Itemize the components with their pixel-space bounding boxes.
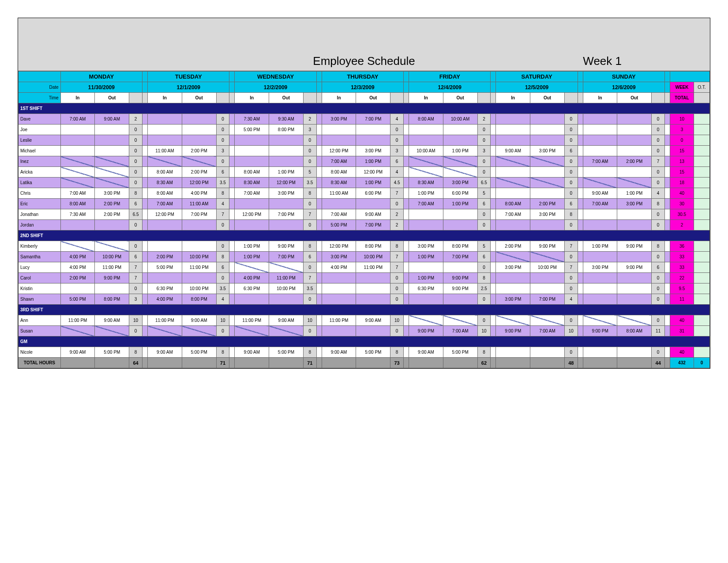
- time-out[interactable]: [443, 125, 477, 135]
- time-out[interactable]: [269, 326, 304, 336]
- time-in[interactable]: 3:00 PM: [496, 262, 530, 273]
- time-out[interactable]: [617, 167, 652, 178]
- time-out[interactable]: [617, 209, 652, 220]
- time-out[interactable]: 7:00 PM: [443, 252, 477, 262]
- time-in[interactable]: 12:00 PM: [322, 241, 356, 252]
- time-out[interactable]: [356, 135, 390, 146]
- time-out[interactable]: 11:00 PM: [182, 262, 216, 273]
- time-in[interactable]: [583, 315, 617, 326]
- time-in[interactable]: 8:00 AM: [148, 167, 182, 178]
- time-out[interactable]: [269, 220, 304, 230]
- time-in[interactable]: 10:00 AM: [409, 146, 443, 156]
- time-out[interactable]: 11:00 AM: [182, 199, 216, 209]
- time-out[interactable]: [530, 135, 565, 146]
- time-out[interactable]: [95, 125, 129, 135]
- time-in[interactable]: [496, 220, 530, 230]
- employee-name[interactable]: Chris: [19, 188, 61, 199]
- time-out[interactable]: 9:00 PM: [95, 273, 129, 283]
- time-in[interactable]: [235, 156, 269, 167]
- time-in[interactable]: [60, 125, 95, 135]
- time-in[interactable]: [496, 125, 530, 135]
- time-in[interactable]: 8:00 AM: [322, 167, 356, 178]
- time-out[interactable]: 9:00 AM: [356, 315, 390, 326]
- time-out[interactable]: [182, 326, 216, 336]
- time-in[interactable]: 1:00 PM: [409, 188, 443, 199]
- time-out[interactable]: [269, 294, 304, 305]
- time-out[interactable]: [617, 347, 652, 358]
- time-in[interactable]: 8:00 AM: [60, 199, 95, 209]
- time-out[interactable]: [95, 146, 129, 156]
- time-out[interactable]: 9:30 AM: [269, 114, 304, 125]
- time-in[interactable]: 2:00 PM: [60, 273, 95, 283]
- time-in[interactable]: 1:00 PM: [235, 252, 269, 262]
- employee-name[interactable]: Joe: [19, 125, 61, 135]
- time-out[interactable]: [530, 315, 565, 326]
- time-in[interactable]: [148, 220, 182, 230]
- time-in[interactable]: [148, 326, 182, 336]
- time-out[interactable]: [95, 178, 129, 188]
- time-out[interactable]: 12:00 PM: [269, 178, 304, 188]
- time-out[interactable]: [617, 125, 652, 135]
- time-in[interactable]: 11:00 PM: [322, 315, 356, 326]
- time-in[interactable]: 1:00 PM: [409, 273, 443, 283]
- time-in[interactable]: 11:00 PM: [148, 315, 182, 326]
- time-out[interactable]: [530, 283, 565, 294]
- time-in[interactable]: [496, 135, 530, 146]
- time-out[interactable]: [95, 241, 129, 252]
- time-in[interactable]: [60, 135, 95, 146]
- time-in[interactable]: 7:00 AM: [60, 188, 95, 199]
- time-in[interactable]: 9:00 AM: [148, 347, 182, 358]
- time-out[interactable]: [530, 156, 565, 167]
- time-in[interactable]: 9:00 PM: [409, 326, 443, 336]
- time-out[interactable]: [617, 114, 652, 125]
- employee-name[interactable]: Aricka: [19, 167, 61, 178]
- time-in[interactable]: 11:00 AM: [148, 146, 182, 156]
- time-in[interactable]: [148, 241, 182, 252]
- time-out[interactable]: [530, 347, 565, 358]
- employee-name[interactable]: Ann: [19, 315, 61, 326]
- time-out[interactable]: 12:00 PM: [182, 178, 216, 188]
- time-in[interactable]: 6:30 PM: [235, 283, 269, 294]
- employee-name[interactable]: Kimberly: [19, 241, 61, 252]
- employee-name[interactable]: Leslie: [19, 135, 61, 146]
- time-in[interactable]: 9:00 AM: [409, 347, 443, 358]
- time-out[interactable]: 11:00 PM: [269, 273, 304, 283]
- time-out[interactable]: 5:00 PM: [356, 347, 390, 358]
- time-out[interactable]: [182, 156, 216, 167]
- time-in[interactable]: [409, 315, 443, 326]
- time-out[interactable]: [269, 146, 304, 156]
- time-out[interactable]: [443, 294, 477, 305]
- time-in[interactable]: [409, 135, 443, 146]
- time-in[interactable]: 7:00 AM: [322, 209, 356, 220]
- time-out[interactable]: 10:00 PM: [95, 252, 129, 262]
- time-in[interactable]: [235, 146, 269, 156]
- time-out[interactable]: [617, 220, 652, 230]
- time-in[interactable]: 9:00 AM: [322, 347, 356, 358]
- time-out[interactable]: 2:00 PM: [95, 209, 129, 220]
- time-in[interactable]: 7:00 AM: [235, 188, 269, 199]
- time-out[interactable]: 10:00 PM: [269, 283, 304, 294]
- time-in[interactable]: [235, 294, 269, 305]
- time-in[interactable]: [496, 283, 530, 294]
- time-out[interactable]: 9:00 PM: [617, 241, 652, 252]
- time-out[interactable]: 9:00 AM: [356, 209, 390, 220]
- employee-name[interactable]: Latika: [19, 178, 61, 188]
- time-in[interactable]: [60, 156, 95, 167]
- time-out[interactable]: [356, 326, 390, 336]
- time-out[interactable]: [182, 273, 216, 283]
- time-out[interactable]: [95, 220, 129, 230]
- time-out[interactable]: [182, 125, 216, 135]
- time-in[interactable]: 7:00 AM: [60, 114, 95, 125]
- time-in[interactable]: [409, 156, 443, 167]
- time-in[interactable]: [496, 347, 530, 358]
- time-out[interactable]: 9:00 PM: [443, 283, 477, 294]
- time-out[interactable]: 9:00 PM: [443, 273, 477, 283]
- time-out[interactable]: [182, 220, 216, 230]
- time-in[interactable]: [148, 135, 182, 146]
- employee-name[interactable]: Michael: [19, 146, 61, 156]
- time-in[interactable]: 4:00 PM: [322, 262, 356, 273]
- time-in[interactable]: 4:00 PM: [148, 294, 182, 305]
- time-in[interactable]: [583, 146, 617, 156]
- time-in[interactable]: 5:00 PM: [322, 220, 356, 230]
- time-out[interactable]: 9:00 PM: [269, 241, 304, 252]
